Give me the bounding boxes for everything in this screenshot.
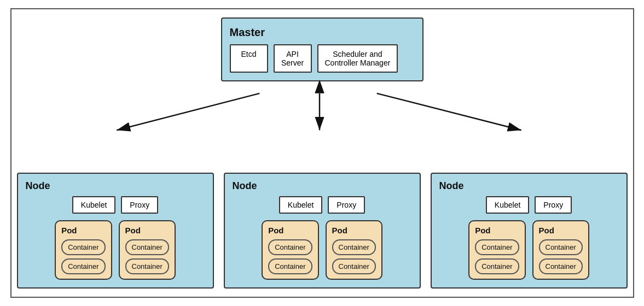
node-2-proxy: Proxy — [328, 196, 365, 214]
node-2-pod-2: Pod Container Container — [326, 220, 382, 280]
node-3-pod-1-label: Pod — [475, 226, 519, 235]
node-2-kubelet: Kubelet — [279, 196, 322, 214]
node-1-pod-2: Pod Container Container — [119, 220, 176, 280]
node-3-label: Node — [439, 180, 619, 192]
node-1-pods: Pod Container Container Pod Container Co… — [26, 220, 205, 280]
node-1-kubelet: Kubelet — [72, 196, 115, 214]
node-2-label: Node — [233, 180, 412, 192]
node-3: Node Kubelet Proxy Pod Container Contain… — [431, 173, 628, 289]
node-1-label: Node — [26, 180, 205, 192]
node-2-pod-2-label: Pod — [332, 226, 376, 235]
master-label: Master — [230, 26, 265, 39]
node-3-pod-1: Pod Container Container — [468, 220, 525, 280]
node-3-pod-2-container-1: Container — [539, 239, 583, 255]
master-box: Master Etcd APIServer Scheduler andContr… — [221, 17, 423, 81]
node-3-agents: Kubelet Proxy — [439, 196, 619, 214]
node-1-pod-1-container-1: Container — [61, 239, 105, 255]
scheduler-box: Scheduler andController Manager — [317, 44, 398, 73]
nodes-row: Node Kubelet Proxy Pod Container Contain… — [17, 173, 628, 289]
node-1-pod-1-label: Pod — [61, 226, 105, 235]
node-2-pods: Pod Container Container Pod Container Co… — [233, 220, 412, 280]
node-2-pod-1: Pod Container Container — [262, 220, 318, 280]
svg-line-4 — [376, 93, 521, 130]
node-2: Node Kubelet Proxy Pod Container Contain… — [224, 173, 421, 289]
node-3-kubelet: Kubelet — [486, 196, 529, 214]
node-3-proxy: Proxy — [535, 196, 572, 214]
master-components: Etcd APIServer Scheduler andController M… — [230, 44, 398, 73]
node-2-pod-1-container-2: Container — [268, 258, 312, 274]
svg-line-2 — [117, 93, 259, 130]
node-1-agents: Kubelet Proxy — [26, 196, 205, 214]
node-3-pod-2-label: Pod — [539, 226, 583, 235]
node-3-pod-2-container-2: Container — [539, 258, 583, 274]
node-3-pods: Pod Container Container Pod Container Co… — [439, 220, 619, 280]
master-wrapper: Master Etcd APIServer Scheduler andContr… — [11, 17, 633, 81]
node-3-pod-1-container-2: Container — [475, 258, 519, 274]
node-2-pod-2-container-1: Container — [332, 239, 376, 255]
etcd-box: Etcd — [230, 44, 268, 73]
diagram: Master Etcd APIServer Scheduler andContr… — [10, 8, 634, 298]
node-1-pod-1: Pod Container Container — [55, 220, 112, 280]
node-2-pod-2-container-2: Container — [332, 258, 376, 274]
node-1-pod-2-label: Pod — [125, 226, 169, 235]
node-1-pod-1-container-2: Container — [61, 258, 105, 274]
node-1: Node Kubelet Proxy Pod Container Contain… — [17, 173, 214, 289]
node-2-agents: Kubelet Proxy — [233, 196, 412, 214]
node-1-pod-2-container-1: Container — [125, 239, 169, 255]
node-2-pod-1-label: Pod — [268, 226, 312, 235]
node-3-pod-1-container-1: Container — [475, 239, 519, 255]
node-2-pod-1-container-1: Container — [268, 239, 312, 255]
api-server-box: APIServer — [274, 44, 312, 73]
node-1-proxy: Proxy — [121, 196, 158, 214]
node-1-pod-2-container-2: Container — [125, 258, 169, 274]
node-3-pod-2: Pod Container Container — [532, 220, 589, 280]
